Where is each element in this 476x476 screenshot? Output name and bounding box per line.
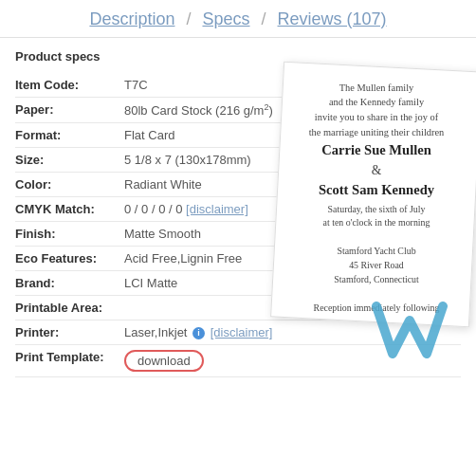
card-intro-text: The Mullen family and the Kennedy family… [287,80,465,138]
spec-label: Printable Area: [15,296,124,320]
product-specs-section: Product specs Item Code: T7C Paper: 80lb… [0,38,476,377]
tab-reviews[interactable]: Reviews (107) [270,9,394,29]
tab-description[interactable]: Description [82,9,182,29]
cmyk-disclaimer-link[interactable]: [disclaimer] [186,202,248,216]
separator-2: / [258,9,270,29]
spec-label: Color: [15,173,124,197]
spec-label: Format: [15,123,124,148]
spec-label: Brand: [15,271,124,296]
groom-name: Scott Sam Kennedy [287,180,465,199]
spec-label: Item Code: [15,73,124,98]
spec-label: Print Template: [15,345,124,377]
bride-name: Carrie Sue Mullen [287,141,465,160]
info-icon[interactable]: i [192,327,205,339]
spec-label: Eco Features: [15,247,124,271]
watermark-logo [372,292,448,368]
tab-specs[interactable]: Specs [194,9,257,29]
product-preview-card: The Mullen family and the Kennedy family… [270,62,476,328]
spec-label: Paper: [15,98,124,123]
spec-label: CMYK Match: [15,197,124,222]
spec-label: Printer: [15,320,124,345]
ampersand: & [287,163,465,179]
download-link[interactable]: download [124,350,204,372]
card-inner: The Mullen family and the Kennedy family… [274,63,476,327]
section-title: Product specs [15,49,461,64]
separator-1: / [182,9,194,29]
card-names: Carrie Sue Mullen & Scott Sam Kennedy [287,141,465,200]
printer-disclaimer-link[interactable]: [disclaimer] [211,325,273,339]
tabs-header: Description / Specs / Reviews (107) [0,0,476,38]
spec-label: Size: [15,148,124,173]
spec-label: Finish: [15,222,124,247]
